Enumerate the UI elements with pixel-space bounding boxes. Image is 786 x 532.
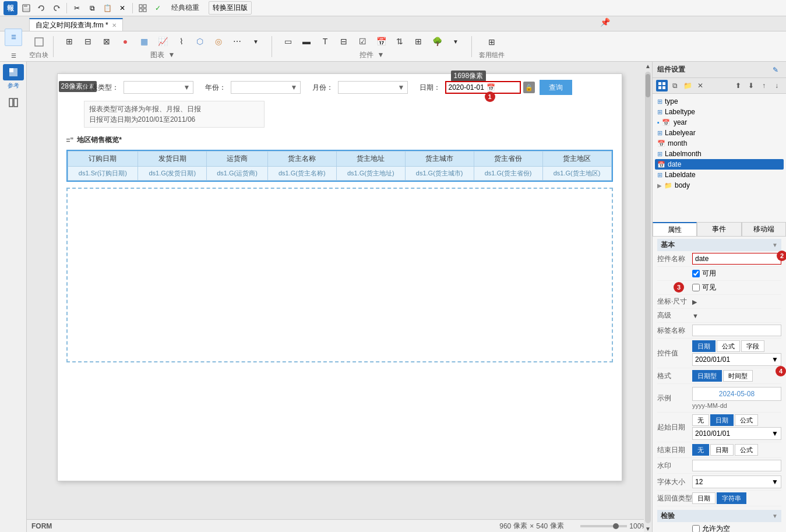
lock-icon[interactable]: 🔒 xyxy=(523,82,535,93)
left-panel-btn1[interactable] xyxy=(3,64,24,80)
save-button[interactable] xyxy=(20,2,33,15)
ctrl-val-select[interactable]: 2020/01/01 ▼ xyxy=(692,353,781,366)
right-btn-down2[interactable]: ↓ xyxy=(771,80,783,91)
start-date-none-tab[interactable]: 无 xyxy=(692,414,709,426)
ctrl-tree-btn[interactable]: 🌳 xyxy=(428,33,446,50)
zoom-thumb[interactable] xyxy=(613,523,619,529)
tree-item-month[interactable]: 📅 month xyxy=(655,138,784,149)
enabled-checkbox-label[interactable]: 可用 xyxy=(692,269,781,279)
check-button[interactable]: ✓ xyxy=(151,2,164,15)
enabled-checkbox[interactable] xyxy=(692,270,700,277)
ctrl-combo-btn[interactable]: ⊟ xyxy=(335,33,353,50)
grid-button[interactable] xyxy=(136,2,149,15)
format-date-tab[interactable]: 日期型 xyxy=(692,370,722,382)
font-size-arrow[interactable]: ▼ xyxy=(771,478,778,486)
visible-checkbox[interactable] xyxy=(692,284,700,291)
chart-dropdown[interactable]: ▼ xyxy=(247,33,265,50)
chart-pie-btn[interactable]: ● xyxy=(117,33,134,50)
blank-block-button[interactable] xyxy=(30,33,48,51)
year-input[interactable]: ▼ xyxy=(231,81,301,94)
tree-item-labelmonth[interactable]: ⊞ Labelmonth xyxy=(655,149,784,159)
allow-empty-checkbox[interactable] xyxy=(692,525,700,532)
start-date-select[interactable]: 2010/01/01 ▼ xyxy=(692,427,781,440)
ctrl-sort-btn[interactable]: ⇅ xyxy=(391,33,408,50)
cut-button[interactable]: ✂ xyxy=(71,2,83,15)
control-dropdown-arrow[interactable]: ▼ xyxy=(378,51,385,59)
validation-section-arrow[interactable]: ▼ xyxy=(772,513,778,519)
tree-item-year[interactable]: ▪ 📅 year xyxy=(655,117,784,128)
report-type-input[interactable]: ▼ xyxy=(124,81,193,94)
convert-button[interactable]: 转换至旧版 xyxy=(209,1,252,15)
chart-split-btn[interactable]: ⊟ xyxy=(79,33,97,50)
suite-btn[interactable]: ⊞ xyxy=(483,33,500,51)
tab-properties[interactable]: 属性 xyxy=(653,222,697,236)
month-input[interactable]: ▼ xyxy=(338,81,408,94)
end-date-date-tab[interactable]: 日期 xyxy=(710,444,734,456)
chart-gauge-btn[interactable]: ◎ xyxy=(210,33,227,50)
tree-item-body[interactable]: ▶ 📁 body xyxy=(655,180,784,191)
main-tab[interactable]: 自定义时间段查询.frm * ✕ xyxy=(29,18,123,31)
ctrl-val-date-tab[interactable]: 日期 xyxy=(692,340,715,352)
watermark-input[interactable] xyxy=(692,460,781,471)
ctrl-text-btn[interactable]: ▭ xyxy=(279,33,297,50)
zoom-slider[interactable] xyxy=(580,525,627,527)
chart-bar-btn[interactable]: ▦ xyxy=(135,33,153,50)
month-arrow[interactable]: ▼ xyxy=(398,83,405,91)
start-date-formula-tab[interactable]: 公式 xyxy=(735,414,758,426)
end-date-none-tab[interactable]: 无 xyxy=(692,444,709,456)
ctrl-check-btn[interactable]: ☑ xyxy=(354,33,371,50)
tree-item-labeldate[interactable]: ⊞ Labeldate xyxy=(655,170,784,180)
tree-item-date[interactable]: 📅 date xyxy=(655,159,784,170)
chart-table-btn[interactable]: ⊞ xyxy=(61,33,78,50)
tag-name-input[interactable] xyxy=(692,325,781,336)
allow-empty-checkbox-label[interactable]: 允许为空 xyxy=(692,524,781,532)
panel-toggle-top[interactable]: ☰ xyxy=(5,29,22,46)
font-size-select[interactable]: 12 ▼ xyxy=(692,475,781,488)
date-input[interactable]: 2020-01-01 📅 xyxy=(445,81,521,94)
right-btn-delete[interactable]: ✕ xyxy=(695,80,706,91)
right-btn-up2[interactable]: ↑ xyxy=(758,80,770,91)
tree-item-type[interactable]: ⊞ type xyxy=(655,96,784,107)
ctrl-dropdown[interactable]: ▼ xyxy=(447,33,464,50)
calendar-icon[interactable]: 📅 xyxy=(487,83,495,91)
visible-checkbox-label[interactable]: 可见 xyxy=(692,283,781,293)
end-date-formula-tab[interactable]: 公式 xyxy=(735,444,758,456)
scroll-up-btn[interactable]: ▲ xyxy=(645,63,651,69)
ctrl-date-btn[interactable]: 📅 xyxy=(372,33,390,50)
start-date-date-tab[interactable]: 日期 xyxy=(710,414,734,426)
right-btn-folder[interactable]: 📁 xyxy=(682,80,693,91)
chart-merge-btn[interactable]: ⊠ xyxy=(98,33,115,50)
chart-dropdown-arrow[interactable]: ▼ xyxy=(168,51,175,59)
advanced-arrow[interactable]: ▼ xyxy=(692,312,699,319)
right-btn-copy[interactable]: ⧉ xyxy=(669,80,681,91)
delete-button[interactable]: ✕ xyxy=(116,2,129,15)
start-date-arrow[interactable]: ▼ xyxy=(771,429,778,438)
ctrl-label-btn[interactable]: T xyxy=(316,33,334,50)
report-type-arrow[interactable]: ▼ xyxy=(184,83,191,91)
basic-section-arrow[interactable]: ▼ xyxy=(772,242,778,248)
control-name-input[interactable] xyxy=(692,253,781,265)
right-btn-active[interactable] xyxy=(656,80,668,91)
ctrl-val-arrow[interactable]: ▼ xyxy=(771,355,778,364)
ctrl-val-field-tab[interactable]: 字段 xyxy=(741,340,764,352)
ctrl-table-btn[interactable]: ⊞ xyxy=(410,33,427,50)
right-btn-down1[interactable]: ⬇ xyxy=(745,80,757,91)
tab-mobile[interactable]: 移动端 xyxy=(742,222,786,236)
format-time-tab[interactable]: 时间型 xyxy=(723,370,753,382)
tree-item-labelyear[interactable]: ⊞ Labelyear xyxy=(655,128,784,138)
ctrl-input-btn[interactable]: ▬ xyxy=(298,33,315,50)
chart-scatter-btn[interactable]: ⬡ xyxy=(191,33,209,50)
return-type-date-tab[interactable]: 日期 xyxy=(692,492,715,504)
chart-more-btn[interactable]: ⋯ xyxy=(228,33,246,50)
scroll-down-btn[interactable]: ▼ xyxy=(645,526,651,532)
coord-arrow[interactable]: ▶ xyxy=(692,298,697,305)
right-btn-up1[interactable]: ⬆ xyxy=(732,80,744,91)
tree-arrow-body[interactable]: ▶ xyxy=(657,182,662,189)
tab-events[interactable]: 事件 xyxy=(697,222,741,236)
pin-button[interactable]: 📌 xyxy=(600,17,610,27)
basic-section-header[interactable]: 基本 ▼ xyxy=(657,239,781,251)
year-arrow[interactable]: ▼ xyxy=(291,83,298,91)
ctrl-val-formula-tab[interactable]: 公式 xyxy=(717,340,740,352)
return-type-string-tab[interactable]: 字符串 xyxy=(717,492,746,504)
copy-button[interactable]: ⧉ xyxy=(86,2,98,15)
